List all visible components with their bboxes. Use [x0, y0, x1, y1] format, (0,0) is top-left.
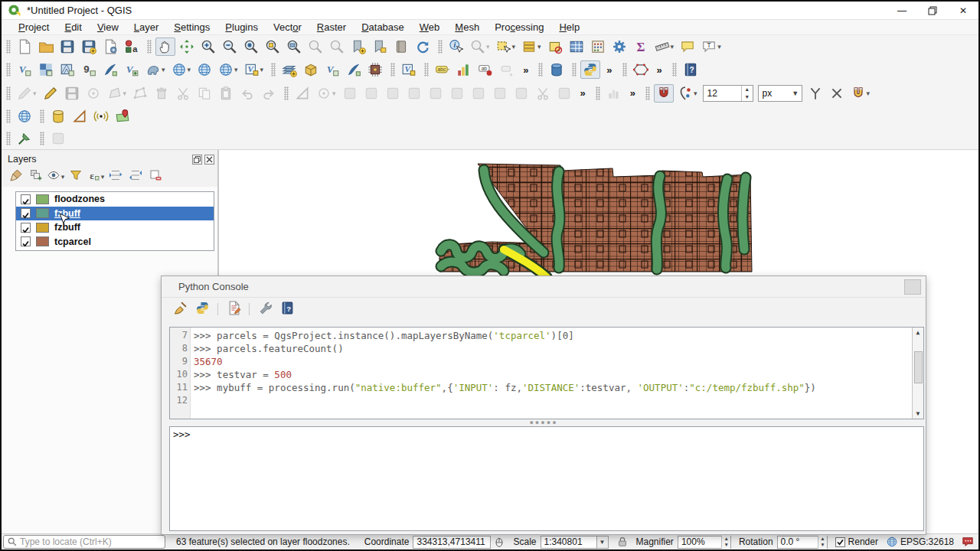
add-postgis-layer-button[interactable]: ▾	[143, 60, 168, 79]
new-virtual-layer-button[interactable]: V	[399, 60, 419, 79]
save-layer-edits-button[interactable]	[62, 84, 82, 103]
more-shape-tools-button[interactable]: »	[652, 60, 667, 79]
python-console-titlebar[interactable]: Python Console	[162, 276, 926, 298]
oracle-spatial-button[interactable]	[48, 107, 68, 126]
toolbar-grip[interactable]	[40, 132, 44, 145]
filter-legend-button[interactable]	[67, 169, 83, 185]
panel-close-button[interactable]	[204, 155, 214, 165]
minimize-button[interactable]: —	[887, 2, 917, 19]
rotate-feature-button[interactable]	[383, 84, 403, 103]
add-mesh-layer-button[interactable]	[57, 60, 77, 79]
restore-button[interactable]	[917, 2, 948, 19]
add-raster-layer-button[interactable]	[36, 60, 56, 79]
add-delimited-text-layer-button[interactable]: 9,	[79, 60, 99, 79]
magnifier-spinbox[interactable]: 100% ▲▼	[678, 536, 731, 549]
menu-edit[interactable]: Edit	[57, 21, 89, 34]
add-vector-layer-button[interactable]: V	[15, 60, 34, 79]
show-spatial-bookmarks-button[interactable]	[370, 37, 390, 56]
more-digitizing-tools-button[interactable]: »	[576, 84, 590, 103]
magnifier-spin-arrows[interactable]: ▲▼	[721, 536, 730, 549]
menu-processing[interactable]: Processing	[487, 21, 551, 34]
topological-editing-button[interactable]	[805, 84, 825, 103]
layer-visibility-checkbox[interactable]	[21, 223, 31, 233]
zoom-next-button[interactable]	[327, 37, 347, 56]
add-part-button[interactable]	[447, 84, 467, 103]
toolbar-grip[interactable]	[572, 63, 577, 77]
console-splitter[interactable]: ●●●●●	[162, 420, 926, 426]
move-label-button[interactable]	[497, 60, 517, 79]
layer-item-fzbuff[interactable]: fzbuff	[16, 207, 214, 221]
delete-selected-button[interactable]	[152, 84, 172, 103]
new-temporary-scratch-layer-button[interactable]	[344, 60, 364, 79]
close-button[interactable]: ✕	[948, 2, 978, 19]
show-editor-button[interactable]	[225, 301, 242, 318]
current-edits-button[interactable]: ▾	[15, 84, 39, 103]
move-feature-button[interactable]	[340, 84, 360, 103]
pan-to-selection-button[interactable]	[177, 37, 197, 56]
open-layer-styling-button[interactable]	[8, 169, 24, 185]
measure-line-button[interactable]: ▾	[652, 37, 677, 56]
layer-diagram-button[interactable]	[454, 60, 474, 79]
map-tips-button[interactable]	[678, 37, 697, 56]
layer-item-fzbuff[interactable]: fzbuff	[16, 220, 214, 235]
menu-web[interactable]: Web	[412, 21, 448, 34]
snapping-units-combo[interactable]: px▼	[758, 85, 802, 102]
toolbar-grip[interactable]	[271, 63, 276, 77]
new-geopackage-layer-button[interactable]	[279, 60, 299, 79]
layer-labeling-button[interactable]: abc	[433, 60, 452, 79]
run-command-button[interactable]	[194, 301, 211, 318]
add-spatialite-layer-button[interactable]: V	[122, 60, 142, 79]
add-ring-button[interactable]	[426, 84, 446, 103]
menu-view[interactable]: View	[90, 21, 126, 34]
save-project-as-button[interactable]	[79, 37, 99, 56]
toolbar-grip[interactable]	[6, 109, 11, 123]
toolbar-grip[interactable]	[147, 40, 152, 54]
db-manager-button[interactable]	[547, 60, 567, 79]
text-annotation-button[interactable]: T▾	[699, 37, 724, 56]
shape-digitizing-button[interactable]	[631, 60, 651, 79]
manage-map-themes-button[interactable]: ▾	[47, 169, 64, 185]
options-gear-button[interactable]	[609, 37, 629, 56]
show-statistical-summary-button[interactable]: Σ	[631, 37, 651, 56]
open-project-button[interactable]	[36, 37, 56, 56]
layer-item-floodzones[interactable]: floodzones	[16, 192, 214, 207]
toolbar-grip[interactable]	[622, 63, 627, 77]
refresh-map-button[interactable]	[413, 37, 433, 56]
cut-features-button[interactable]	[173, 84, 193, 103]
console-input[interactable]: >>>	[169, 426, 924, 531]
new-spatial-bookmark-button[interactable]	[348, 37, 368, 56]
locate-search-input[interactable]: Type to locate (Ctrl+K)	[3, 535, 165, 549]
zoom-full-button[interactable]	[241, 37, 261, 56]
snapping-tolerance-spinbox[interactable]: 12▲▼	[703, 85, 753, 102]
menu-settings[interactable]: Settings	[166, 21, 217, 34]
clear-console-button[interactable]	[172, 301, 188, 318]
crs-status[interactable]: EPSG:32618	[900, 536, 954, 547]
add-geopackage-layer-button[interactable]	[100, 60, 120, 79]
add-wcs-layer-button[interactable]	[194, 60, 214, 79]
select-features-menu-button[interactable]: ▾	[519, 37, 544, 56]
scroll-up-icon[interactable]: ▲	[916, 328, 920, 337]
toolbar-grip[interactable]	[424, 63, 429, 77]
open-field-calculator-button[interactable]	[588, 37, 608, 56]
toolbar-grip[interactable]	[672, 63, 677, 77]
vertex-tool-button[interactable]	[130, 84, 150, 103]
select-features-by-value-button[interactable]: ▾	[468, 37, 492, 56]
more-raster-tools-button[interactable]: »	[626, 84, 640, 103]
digitize-polygon-button[interactable]: ▾	[105, 84, 129, 103]
toolbar-grip[interactable]	[40, 109, 44, 123]
more-plugin-tools-button[interactable]: »	[602, 60, 616, 79]
menu-mesh[interactable]: Mesh	[447, 21, 487, 34]
toolbar-grip[interactable]	[6, 86, 11, 100]
panel-float-button[interactable]	[192, 155, 202, 165]
menu-raster[interactable]: Raster	[309, 21, 354, 34]
scale-combo[interactable]: 1:340801	[541, 536, 597, 549]
layer-visibility-checkbox[interactable]	[21, 236, 31, 246]
toolbar-grip[interactable]	[6, 40, 11, 54]
zoom-to-layer-button[interactable]	[284, 37, 304, 56]
lock-scale-icon[interactable]	[616, 536, 629, 548]
enable-snapping-button[interactable]	[654, 84, 674, 103]
bearing-distance-button[interactable]	[70, 107, 90, 126]
toolbar-grip[interactable]	[438, 40, 443, 54]
layer-item-tcparcel[interactable]: tcparcel	[16, 235, 214, 249]
console-help-button[interactable]: ?	[279, 301, 296, 318]
